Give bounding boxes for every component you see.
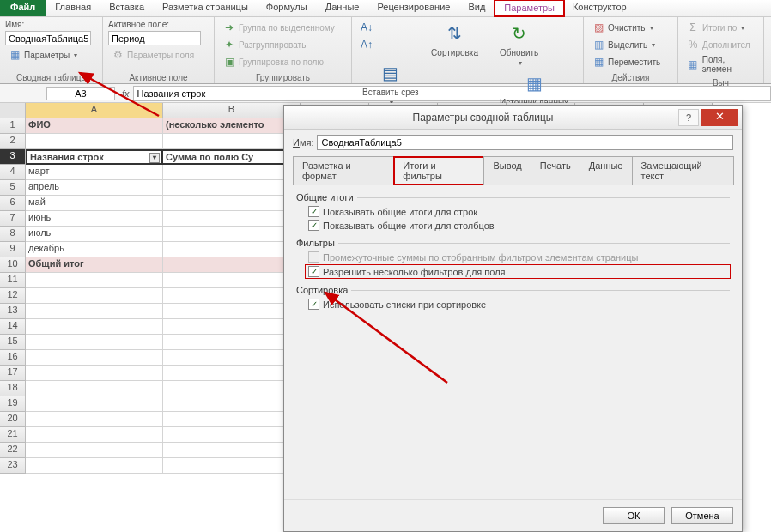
tab-insert[interactable]: Вставка [100, 0, 154, 16]
tab-pivot-design[interactable]: Конструктор [564, 0, 636, 16]
formula-input[interactable] [133, 86, 771, 101]
pt-options-label: Параметры [24, 51, 70, 60]
ungroup-button[interactable]: ✦Разгруппировать [220, 37, 346, 52]
calc-more-button[interactable]: %Дополнител [683, 37, 758, 52]
col-header-b[interactable]: B [163, 103, 301, 118]
row-header-2[interactable]: 2 [0, 134, 26, 149]
dialog-name-input[interactable] [317, 135, 733, 150]
group-by-field-button[interactable]: ▣Группировка по полю [220, 54, 346, 70]
row-header-1[interactable]: 1 [0, 118, 26, 134]
col-header-a[interactable]: A [26, 103, 163, 118]
dialog-body: Имя: Разметка и формат Итоги и фильтры В… [284, 130, 742, 499]
move-button[interactable]: ▦Переместить [589, 54, 672, 70]
cell-b1[interactable]: (несколько элементо [163, 118, 301, 134]
cell-a7[interactable]: июнь [26, 211, 163, 227]
cell-a6[interactable]: май [26, 196, 163, 211]
row-header-10[interactable]: 10 [0, 257, 26, 273]
pt-name-input[interactable] [5, 31, 91, 45]
sort-desc-icon: A↑ [360, 38, 373, 51]
cell-a9[interactable]: декабрь [26, 242, 163, 257]
select-button[interactable]: ▥Выделить [589, 37, 672, 52]
chk-subtotals-filtered: Промежуточные суммы по отобранным фильтр… [308, 251, 730, 263]
dialog-help-button[interactable]: ? [678, 109, 699, 126]
dialog-close-button[interactable]: ✕ [701, 109, 738, 126]
row-header-4[interactable]: 4 [0, 165, 26, 180]
group-by-selection-button[interactable]: ➜Группа по выделенному [220, 20, 346, 35]
checkbox-icon: ✓ [308, 299, 319, 310]
group-actions-title: Действия [589, 71, 672, 82]
row-header-3[interactable]: 3 [0, 149, 26, 165]
row-header-15[interactable]: 15 [0, 335, 26, 350]
cell-b5[interactable]: 1 [163, 180, 301, 196]
cell-a5[interactable]: апрель [26, 180, 163, 196]
row-header-23[interactable]: 23 [0, 458, 26, 474]
dropdown-icon[interactable]: ▾ [149, 153, 160, 163]
cell-a3[interactable]: Названия строк▾ [26, 149, 163, 165]
row-header-7[interactable]: 7 [0, 211, 26, 227]
row-header-9[interactable]: 9 [0, 242, 26, 257]
sort-desc-button[interactable]: A↑ [357, 37, 376, 52]
row-header-11[interactable]: 11 [0, 273, 26, 288]
row-header-5[interactable]: 5 [0, 180, 26, 196]
row-header-19[interactable]: 19 [0, 396, 26, 412]
sort-asc-button[interactable]: A↓ [357, 20, 376, 35]
dialog-pane: Общие итоги ✓Показывать общие итоги для … [293, 185, 733, 496]
cell-b10[interactable]: 64 [163, 257, 301, 273]
row-header-16[interactable]: 16 [0, 350, 26, 366]
tab-page-layout[interactable]: Разметка страницы [154, 0, 258, 16]
tab-home[interactable]: Главная [46, 0, 100, 16]
row-header-21[interactable]: 21 [0, 427, 26, 443]
dtab-layout[interactable]: Разметка и формат [293, 156, 394, 185]
ok-button[interactable]: ОК [603, 507, 665, 524]
pt-options-button[interactable]: ▦ Параметры [5, 47, 97, 63]
chk-use-custom-lists-sort[interactable]: ✓Использовать списки при сортировке [308, 299, 730, 310]
tab-review[interactable]: Рецензирование [368, 0, 459, 16]
row-header-12[interactable]: 12 [0, 288, 26, 304]
totals-by-button[interactable]: ΣИтоги по [683, 20, 758, 35]
insert-slicer-button[interactable]: ▤Вставить срез [357, 59, 424, 109]
row-header-17[interactable]: 17 [0, 366, 26, 381]
checkbox-icon: ✓ [308, 220, 319, 231]
dtab-alttext[interactable]: Замещающий текст [632, 156, 735, 185]
row-header-8[interactable]: 8 [0, 227, 26, 242]
fx-icon[interactable]: fx [118, 88, 133, 99]
row-header-13[interactable]: 13 [0, 304, 26, 319]
sort-button[interactable]: ⇅Сортировка [426, 20, 483, 59]
cancel-button[interactable]: Отмена [671, 507, 733, 524]
tab-view[interactable]: Вид [459, 0, 495, 16]
tab-data[interactable]: Данные [317, 0, 369, 16]
tab-file[interactable]: Файл [0, 0, 46, 16]
cell-a1[interactable]: ФИО [26, 118, 163, 134]
cell-a10[interactable]: Общий итог [26, 257, 163, 273]
chk-show-row-totals[interactable]: ✓Показывать общие итоги для строк [308, 206, 730, 217]
name-box[interactable] [46, 87, 115, 100]
group-actions: ▨Очистить ▥Выделить ▦Переместить Действи… [584, 17, 678, 83]
tab-formulas[interactable]: Формулы [258, 0, 317, 16]
dtab-output[interactable]: Вывод [483, 156, 531, 185]
calc-fields-button[interactable]: ▦Поля, элемен [683, 54, 758, 75]
group-active-field: Активное поле: ⚙ Параметры поля Активное… [103, 17, 215, 83]
row-header-6[interactable]: 6 [0, 196, 26, 211]
dtab-totals-filters[interactable]: Итоги и фильтры [393, 156, 484, 185]
cell-a4[interactable]: март [26, 165, 163, 180]
tab-pivot-options[interactable]: Параметры [495, 0, 564, 16]
row-header-14[interactable]: 14 [0, 319, 26, 335]
slicer-icon: ▤ [378, 61, 404, 85]
active-field-input[interactable] [108, 31, 201, 45]
field-settings-label: Параметры поля [127, 51, 194, 60]
select-all-corner[interactable] [0, 103, 26, 118]
cell-a8[interactable]: июль [26, 227, 163, 242]
row-header-22[interactable]: 22 [0, 443, 26, 458]
row-header-18[interactable]: 18 [0, 381, 26, 396]
group-grouping: ➜Группа по выделенному ✦Разгруппировать … [215, 17, 352, 83]
dtab-data[interactable]: Данные [580, 156, 633, 185]
row-header-20[interactable]: 20 [0, 412, 26, 427]
chk-show-col-totals[interactable]: ✓Показывать общие итоги для столбцов [308, 220, 730, 231]
cell-b3[interactable]: Сумма по полю Су [163, 149, 301, 165]
chk-allow-multiple-filters[interactable]: ✓Разрешить несколько фильтров для поля [306, 265, 730, 278]
refresh-button[interactable]: ↻Обновить [495, 20, 543, 70]
dialog-buttons: ОК Отмена [284, 499, 742, 531]
dtab-print[interactable]: Печать [531, 156, 580, 185]
field-settings-button[interactable]: ⚙ Параметры поля [108, 47, 209, 63]
clear-button[interactable]: ▨Очистить [589, 20, 672, 35]
